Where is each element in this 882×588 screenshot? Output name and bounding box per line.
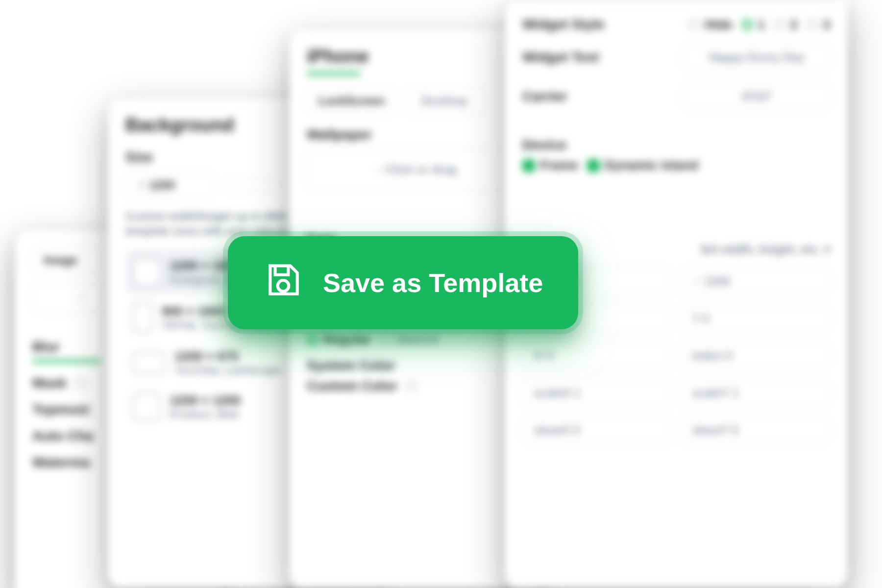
mask-toggle[interactable] — [75, 378, 86, 389]
label-mask: Mask — [32, 375, 67, 391]
preset-thumb-icon — [132, 302, 153, 333]
preset-desc: YouTube, Landscape — [174, 364, 281, 377]
skewx-input[interactable]: skewX 0 — [522, 416, 672, 444]
save-icon — [263, 260, 303, 306]
preset-thumb-icon — [132, 258, 161, 286]
svg-point-0 — [278, 280, 289, 292]
scalex-input[interactable]: scaleX 1 — [522, 379, 672, 407]
preset-thumb-icon — [132, 352, 166, 374]
widget-text-input[interactable]: Happy Every Day — [683, 43, 830, 72]
save-as-template-label: Save as Template — [323, 268, 543, 298]
widget-style-3[interactable]: 3 — [807, 17, 830, 32]
device-frame-check[interactable]: Frame — [522, 158, 578, 173]
label-autochange: Auto Cha — [32, 428, 93, 444]
preset-thumb-icon — [132, 392, 161, 421]
set-dimensions-toggle[interactable]: Set width, height, etc. ▾ — [700, 243, 830, 256]
widget-style-1[interactable]: 1 — [741, 17, 765, 32]
custom-color-toggle[interactable] — [406, 381, 417, 392]
ws-1-label: 1 — [758, 17, 765, 32]
timefont-regular-label: Regular — [323, 332, 371, 347]
tab-image[interactable]: Image — [32, 247, 101, 273]
device-island-label: Dynamic Island — [605, 158, 698, 173]
device-island-check[interactable]: Dynamic Island — [587, 158, 698, 173]
y-input[interactable]: Y 0 — [681, 304, 830, 333]
size-width-input[interactable]: ♀ 1200 — [125, 172, 214, 198]
index-input[interactable]: Index 0 — [681, 342, 830, 370]
skewy-input[interactable]: skewY 0 — [681, 416, 830, 444]
device-frame-label: Frame — [540, 158, 578, 173]
preset-desc: Product, Web — [170, 408, 241, 421]
preset-size: 1200 × 1200 — [170, 393, 241, 408]
size-height-input[interactable] — [222, 179, 281, 192]
carrier-input[interactable]: AT&T — [683, 82, 830, 111]
ws-hide-label: Hide — [705, 17, 732, 32]
custom-color-label: Custom Color — [307, 378, 397, 394]
widget-style-hide[interactable]: Hide — [688, 17, 732, 32]
widget-style-label: Widget Style — [522, 17, 605, 32]
scaley-input[interactable]: scaleY 1 — [681, 379, 830, 407]
timefont-regular[interactable]: Regular — [307, 332, 371, 347]
save-as-template-button[interactable]: Save as Template — [228, 236, 578, 329]
preset-size: 1200 × 675 — [174, 349, 281, 364]
label-topmost: Topmost — [32, 402, 89, 417]
timefont-stencil[interactable]: Stencil — [380, 332, 438, 347]
tab-desktop[interactable]: Desktop — [403, 88, 486, 114]
ws-2-label: 2 — [790, 17, 797, 32]
rotation-input[interactable]: ⟳ 0 — [522, 342, 672, 370]
timefont-stencil-label: Stencil — [396, 332, 438, 347]
height-input[interactable]: ♂ 1340 — [681, 267, 830, 295]
label-watermark: Waterma — [32, 455, 90, 470]
ws-3-label: 3 — [823, 17, 830, 32]
wallpaper-label: Wallpaper — [307, 127, 526, 143]
wallpaper-dropzone[interactable]: ↑ Click or drag — [307, 148, 526, 191]
tab-lockscreen[interactable]: LockScreen — [307, 88, 396, 114]
widget-text-label: Widget Text — [522, 49, 599, 65]
system-color-label: System Color — [307, 358, 526, 373]
widget-style-2[interactable]: 2 — [774, 17, 797, 32]
iphone-title: iPhone — [307, 46, 526, 67]
carrier-label: Carrier — [522, 89, 567, 104]
device-label: Device — [522, 137, 830, 153]
